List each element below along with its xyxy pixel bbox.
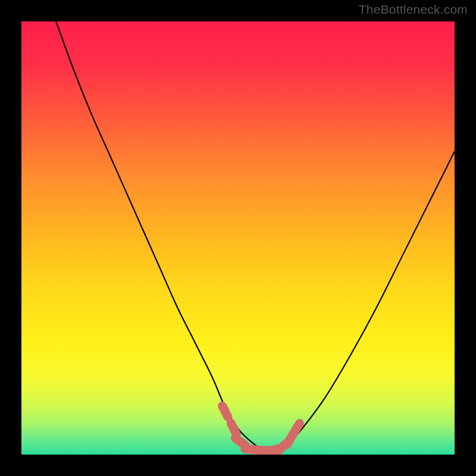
curve-marker xyxy=(231,423,236,434)
curve-marker xyxy=(223,406,228,416)
gradient-background xyxy=(21,21,455,455)
plot-area xyxy=(21,21,455,455)
chart-svg xyxy=(21,21,455,455)
frame: TheBottleneck.com xyxy=(0,0,476,476)
watermark-text: TheBottleneck.com xyxy=(359,2,468,17)
curve-marker xyxy=(293,424,299,434)
curve-marker xyxy=(236,438,245,445)
